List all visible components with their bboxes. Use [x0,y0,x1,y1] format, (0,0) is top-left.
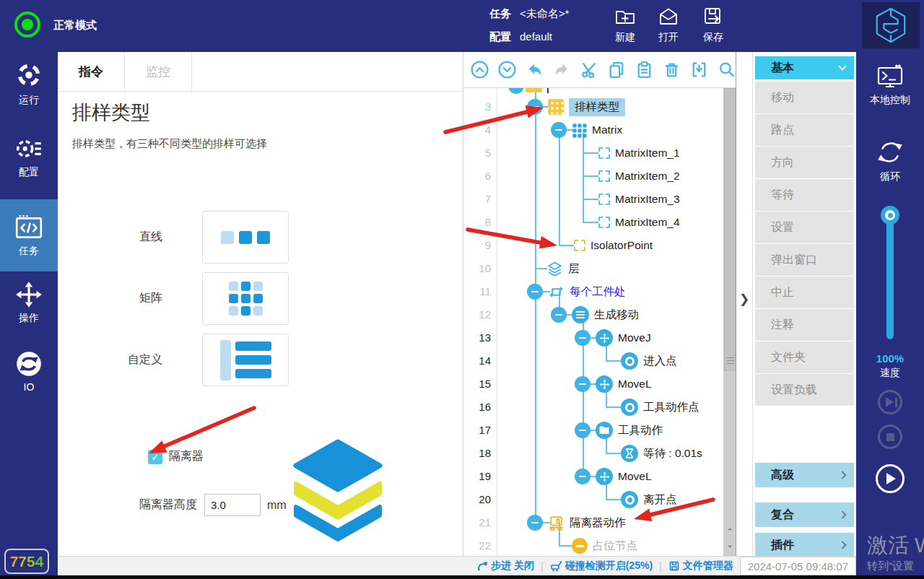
command-item-folder[interactable]: 文件夹 [755,341,854,373]
tree-row[interactable]: 4 Matrix [463,118,720,142]
collision-status[interactable]: 碰撞检测开启(25%) [550,560,653,573]
tree-row[interactable]: 9 IsolatorPoint [463,234,720,257]
play-button[interactable] [876,464,905,493]
tree-row-label[interactable]: 生成移动 [594,308,639,323]
step-next-button[interactable] [878,390,902,414]
open-task-button[interactable]: 打开 [647,4,690,49]
tab-instruction[interactable]: 指令 [58,52,125,92]
tree-row-label[interactable]: MoveL [618,378,652,391]
tree-row[interactable]: 21 隔离器动作 [463,511,720,534]
command-item-wait[interactable]: 等待 [755,179,854,211]
command-item-direction[interactable]: 方向 [755,147,854,178]
collapse-toggle[interactable] [527,99,543,115]
sidebar-item-config[interactable]: 配置 [0,134,58,179]
custom-option-button[interactable] [202,334,289,386]
command-item-abort[interactable]: 中止 [755,277,854,308]
collapse-toggle[interactable] [527,515,543,531]
tree-row[interactable]: 12 生成移动 [463,303,720,326]
tree-row[interactable]: 3 排样类型 [463,95,720,118]
redo-icon[interactable] [552,60,572,79]
save-task-button[interactable]: 保存 [692,4,735,49]
sidebar-item-operate[interactable]: 操作 [0,280,58,325]
tree-row[interactable]: 15 MoveL [463,373,720,396]
loop-mode-button[interactable]: 循环 [856,137,924,183]
command-item-comment[interactable]: 注释 [755,309,854,341]
new-task-button[interactable]: 新建 [603,4,647,49]
tree-row-label[interactable]: MatrixItem_1 [615,147,680,160]
command-group-basic[interactable]: 基本 [755,56,854,79]
sidebar-item-io[interactable]: IO [0,349,58,393]
command-item-popup[interactable]: 弹出窗口 [755,244,854,276]
tree-row-label[interactable]: 工具动作点 [643,400,699,415]
sidebar-item-run[interactable]: 运行 [0,62,58,107]
move-down-icon[interactable] [497,60,517,79]
tree-row[interactable]: 16 工具动作点 [463,396,720,419]
tree-row-label[interactable]: MatrixItem_3 [615,193,680,206]
collapse-toggle[interactable] [575,376,590,392]
tree-row-label[interactable]: MoveJ [618,331,651,344]
tree-row[interactable]: 14 进入点 [463,349,720,373]
collapse-toggle[interactable] [575,330,590,346]
tree-row[interactable]: 17 工具动作 [463,419,720,442]
collapse-toggle[interactable] [575,422,590,438]
tree-row-label[interactable]: MoveL [618,470,652,483]
tree-row[interactable]: 18 等待 : 0.01s [463,442,720,465]
local-control-button[interactable]: 本地控制 [856,64,924,107]
copy-icon[interactable] [607,60,627,79]
collapse-toggle[interactable] [551,122,567,138]
paste-icon[interactable] [635,60,654,79]
cut-icon[interactable] [580,60,599,79]
tree-row[interactable]: 5 MatrixItem_1 [463,142,720,165]
collapse-toggle[interactable] [575,469,590,484]
sidebar-item-task[interactable]: 任务 [0,199,58,271]
collapse-toggle[interactable] [551,307,567,323]
tree-row-label[interactable]: 工具动作 [618,423,663,438]
expand-panel-chevron-icon[interactable]: ❯ [739,292,749,307]
tree-row-label[interactable]: 等待 : 0.01s [643,446,702,461]
line-option-button[interactable] [202,211,289,264]
move-up-icon[interactable] [470,60,489,79]
tree-row[interactable]: 10 层 [463,257,720,280]
speed-slider-track[interactable] [886,215,894,339]
speed-slider-knob[interactable] [881,206,899,225]
file-manager-button[interactable]: 文件管理器 [668,560,733,573]
tree-row[interactable]: 22 占位节点 [463,534,720,556]
tab-monitor[interactable]: 监控 [125,52,192,92]
step-mode-status[interactable]: 步进 关闭 [476,560,534,573]
command-group-composite[interactable]: 复合 [755,502,854,527]
tree-row-label[interactable]: MatrixItem_4 [615,216,680,229]
undo-icon[interactable] [525,60,544,79]
scroll-up-icon[interactable]: ⌃ [725,527,735,536]
tree-row-label[interactable]: 层 [568,261,580,277]
insert-into-icon[interactable] [689,60,709,79]
scroll-down-icon[interactable]: ⌄ [725,540,735,549]
tree-row-label[interactable]: 进入点 [643,354,677,369]
tree-row[interactable]: 6 MatrixItem_2 [463,165,720,188]
command-item-move[interactable]: 移动 [755,82,854,113]
command-item-set[interactable]: 设置 [755,212,854,243]
search-icon[interactable] [717,60,736,79]
collapse-toggle[interactable] [527,284,543,300]
command-group-advanced[interactable]: 高级 [755,463,854,487]
command-item-set-payload[interactable]: 设置负载 [755,374,854,406]
command-item-waypoint[interactable]: 路点 [755,114,854,146]
scrollbar-thumb[interactable] [724,88,736,371]
tree-row-label[interactable]: 离开点 [643,492,677,508]
tree-row-label[interactable]: 隔离器动作 [570,515,626,531]
delete-icon[interactable] [662,60,681,79]
tree-scrollbar[interactable]: ⌃ ⌄ [723,88,736,556]
stop-button[interactable] [878,425,902,449]
tree-row-label[interactable]: IsolatorPoint [590,239,653,252]
tree-row-label[interactable]: 排样类型 [569,98,625,116]
tree-row-label[interactable]: MatrixItem_2 [615,170,680,183]
tree-row-label[interactable]: 占位节点 [593,539,637,554]
tree-row[interactable]: 20 离开点 [463,488,720,511]
isolator-checkbox[interactable]: ✓ [148,450,162,464]
tree-row[interactable]: 13 MoveJ [463,326,720,349]
tree-row[interactable]: 19 MoveL [463,465,720,488]
tree-row[interactable]: 8 MatrixItem_4 [463,211,720,234]
tree-row[interactable]: 7 MatrixItem_3 [463,188,720,211]
command-group-plugin[interactable]: 插件 [755,533,854,557]
tree-row-label[interactable]: 每个工件处 [570,284,626,300]
matrix-option-button[interactable] [202,272,289,325]
